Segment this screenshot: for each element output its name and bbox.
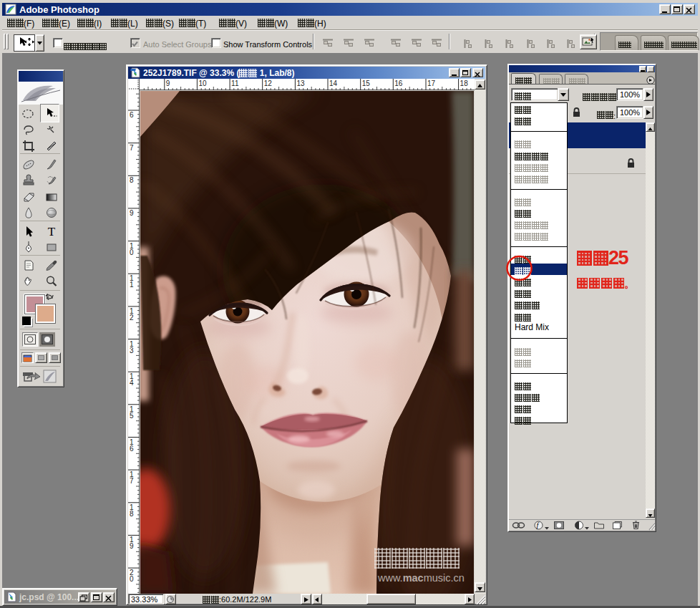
svg-text:7: 7 — [130, 144, 134, 152]
svg-text:8: 8 — [130, 176, 134, 184]
svg-text:14: 14 — [329, 79, 338, 87]
svg-text:10: 10 — [198, 79, 207, 87]
svg-text:6: 6 — [130, 445, 134, 453]
svg-text:9: 9 — [130, 542, 134, 550]
svg-text:9: 9 — [166, 79, 170, 87]
svg-text:7: 7 — [130, 477, 134, 485]
svg-text:5: 5 — [130, 412, 134, 420]
svg-text:18: 18 — [460, 79, 469, 87]
svg-text:2: 2 — [130, 314, 134, 322]
svg-text:17: 17 — [427, 79, 436, 87]
svg-text:0: 0 — [130, 248, 134, 256]
svg-text:9: 9 — [130, 209, 134, 217]
svg-text:12: 12 — [264, 79, 273, 87]
svg-text:1: 1 — [130, 281, 134, 289]
svg-text:16: 16 — [394, 79, 403, 87]
svg-text:15: 15 — [362, 79, 371, 87]
svg-text:13: 13 — [296, 79, 305, 87]
svg-text:8: 8 — [130, 510, 134, 518]
svg-text:6: 6 — [130, 111, 134, 119]
svg-text:0: 0 — [130, 575, 134, 583]
svg-text:T: T — [48, 225, 56, 238]
svg-text:11: 11 — [231, 79, 239, 87]
svg-text:3: 3 — [130, 347, 134, 354]
svg-text:4: 4 — [130, 379, 134, 387]
